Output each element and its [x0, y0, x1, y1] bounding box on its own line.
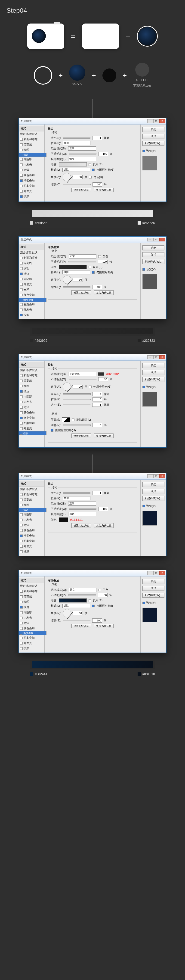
ok-button[interactable]: 确定 — [142, 482, 164, 487]
opacity-slider[interactable] — [69, 153, 97, 154]
opt-outer-glow[interactable]: 外发光 — [19, 189, 44, 194]
opt-blend-default[interactable]: 混合选项:默认 — [19, 583, 44, 589]
angle-input[interactable] — [73, 278, 83, 282]
filltype-select[interactable]: 渐变 — [68, 157, 96, 161]
opt-color-overlay[interactable]: 颜色叠加 — [19, 626, 44, 631]
angle-knob[interactable] — [63, 609, 71, 617]
new-style-button[interactable]: 新建样式(W)... — [142, 259, 164, 264]
opt-stroke[interactable]: 描边 — [19, 389, 44, 394]
dither-checkbox[interactable] — [98, 589, 101, 591]
opt-contour[interactable]: 等高线 — [19, 594, 44, 599]
opacity-slider[interactable] — [69, 379, 97, 380]
opt-pattern-overlay[interactable]: 图案叠加 — [19, 183, 44, 189]
set-default-button[interactable]: 设置为默认值 — [71, 523, 91, 528]
opt-gradient-overlay[interactable]: 渐变叠加 — [19, 415, 44, 421]
set-default-button[interactable]: 设置为默认值 — [71, 624, 91, 628]
angle-input[interactable] — [73, 175, 82, 179]
opt-color-overlay[interactable]: 颜色叠加 — [19, 410, 44, 415]
dialog-titlebar[interactable]: 图层样式 –□× — [19, 473, 166, 480]
opacity-slider[interactable] — [68, 595, 96, 596]
ok-button[interactable]: 确定 — [142, 579, 164, 584]
max-icon[interactable]: □ — [153, 474, 159, 478]
opt-contour[interactable]: 等高线 — [19, 378, 44, 383]
new-style-button[interactable]: 新建样式(W)... — [142, 141, 164, 146]
opt-pattern-overlay[interactable]: 图案叠加 — [19, 421, 44, 426]
opacity-input[interactable] — [98, 377, 108, 382]
angle-knob[interactable] — [63, 275, 71, 284]
min-icon[interactable]: – — [147, 238, 153, 242]
scale-input[interactable] — [92, 182, 102, 186]
opt-outer-glow[interactable]: 外发光 — [19, 641, 44, 646]
dither-checkbox[interactable] — [98, 255, 101, 258]
dither-checkbox[interactable] — [89, 176, 92, 178]
min-icon[interactable]: – — [147, 474, 153, 478]
reset-default-button[interactable]: 复位为默认值 — [94, 188, 114, 192]
opt-outer-glow[interactable]: 外发光 — [19, 426, 44, 431]
opt-inner-glow[interactable]: 内发光 — [19, 517, 44, 522]
style-select[interactable]: 线性 — [63, 604, 90, 608]
max-icon[interactable]: □ — [153, 571, 159, 575]
opt-satin[interactable]: 光泽 — [19, 167, 44, 173]
opt-pattern-overlay[interactable]: 图案叠加 — [19, 538, 44, 544]
blend-select[interactable]: 正片叠底 — [68, 372, 96, 376]
min-icon[interactable]: – — [147, 119, 153, 123]
angle-input[interactable] — [73, 611, 83, 615]
opt-drop-shadow[interactable]: 投影 — [19, 431, 47, 435]
opt-stroke[interactable]: 描边 — [19, 605, 44, 610]
style-select[interactable]: 线性 — [63, 168, 90, 172]
blend-select[interactable]: 正常 — [68, 501, 96, 506]
opt-outer-glow[interactable]: 外发光 — [19, 307, 44, 312]
opt-bevel[interactable]: 斜面和浮雕 — [19, 589, 44, 594]
opt-drop-shadow[interactable]: 投影 — [19, 646, 44, 651]
color-swatch[interactable] — [59, 517, 68, 522]
max-icon[interactable]: □ — [153, 238, 159, 242]
new-style-button[interactable]: 新建样式(W)... — [142, 496, 164, 501]
opt-bevel[interactable]: 斜面和浮雕 — [19, 492, 44, 497]
preview-checkbox[interactable] — [142, 268, 145, 271]
opt-inner-shadow[interactable]: 内阴影 — [19, 610, 44, 615]
opt-bevel[interactable]: 斜面和浮雕 — [19, 255, 44, 261]
ok-button[interactable]: 确定 — [142, 127, 164, 132]
align-checkbox[interactable] — [92, 605, 95, 607]
opt-stroke[interactable]: 描边 — [19, 271, 44, 277]
opt-gradient-overlay[interactable]: 渐变叠加 — [19, 298, 47, 302]
opt-contour[interactable]: 等高线 — [19, 497, 44, 503]
opacity-input[interactable] — [98, 259, 108, 264]
opt-texture[interactable]: 纹理 — [19, 147, 44, 153]
opt-inner-glow[interactable]: 内发光 — [19, 282, 44, 287]
opt-contour[interactable]: 等高线 — [19, 142, 44, 147]
close-icon[interactable]: × — [159, 474, 165, 478]
opt-contour[interactable]: 等高线 — [19, 261, 44, 266]
opt-drop-shadow[interactable]: 投影 — [19, 194, 44, 199]
knockout-checkbox[interactable] — [51, 429, 53, 432]
noise-slider[interactable] — [63, 425, 91, 426]
size-slider[interactable] — [63, 137, 90, 138]
opacity-input[interactable] — [98, 507, 108, 511]
scale-input[interactable] — [92, 619, 102, 623]
preview-checkbox[interactable] — [142, 386, 145, 388]
size-slider[interactable] — [63, 404, 90, 406]
spread-slider[interactable] — [63, 399, 91, 400]
preview-checkbox[interactable] — [142, 601, 145, 604]
set-default-button[interactable]: 设置为默认值 — [71, 290, 91, 295]
cancel-button[interactable]: 取消 — [142, 586, 164, 591]
opt-color-overlay[interactable]: 颜色叠加 — [19, 528, 44, 533]
align-checkbox[interactable] — [92, 271, 95, 274]
opt-inner-shadow[interactable]: 内阴影 — [19, 277, 44, 282]
ok-button[interactable]: 确定 — [142, 363, 164, 368]
dialog-titlebar[interactable]: 图层样式 –□× — [19, 237, 166, 243]
opt-inner-shadow[interactable]: 内阴影 — [19, 512, 44, 517]
position-select[interactable]: 外部 — [63, 141, 90, 145]
reset-default-button[interactable]: 复位为默认值 — [94, 624, 114, 628]
opt-stroke[interactable]: 描边 — [19, 508, 47, 512]
opacity-slider[interactable] — [68, 261, 96, 262]
opt-gradient-overlay[interactable]: 渐变叠加 — [19, 631, 47, 635]
opt-drop-shadow[interactable]: 投影 — [19, 312, 44, 318]
opt-blend-default[interactable]: 混合选项:默认 — [19, 250, 44, 255]
new-style-button[interactable]: 新建样式(W)... — [142, 377, 164, 382]
opt-inner-shadow[interactable]: 内阴影 — [19, 157, 44, 162]
set-default-button[interactable]: 设置为默认值 — [71, 434, 91, 438]
distance-slider[interactable] — [63, 393, 91, 395]
opt-blend-default[interactable]: 混合选项:默认 — [19, 131, 44, 137]
opt-gradient-overlay[interactable]: 渐变叠加 — [19, 178, 44, 183]
